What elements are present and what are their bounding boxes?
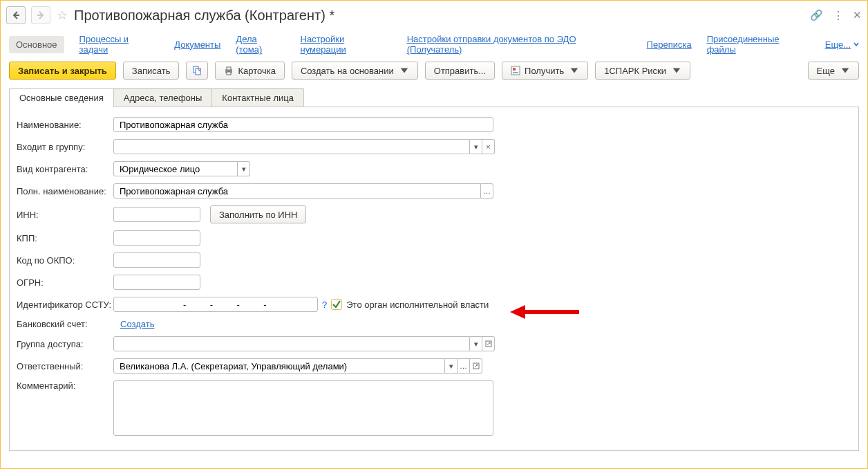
label-kpp: КПП: [17,233,113,243]
fullname-ellipsis-button[interactable]: … [481,183,493,199]
nav-processes[interactable]: Процессы и задачи [79,34,160,55]
ogrn-input[interactable] [118,277,196,288]
label-okpo: Код по ОКПО: [17,255,113,266]
nav-back-button[interactable] [6,6,26,24]
group-field[interactable] [113,139,470,154]
toolbar: Записать и закрыть Записать Карточка Соз… [1,62,867,88]
copy-docs-button[interactable] [186,62,208,80]
ogrn-field[interactable] [113,275,200,290]
tab-main-info[interactable]: Основные сведения [9,88,114,107]
copy-docs-icon [192,66,202,75]
okpo-input[interactable] [118,255,196,266]
close-icon[interactable]: ✕ [853,9,862,21]
fullname-field[interactable] [113,183,481,199]
card-button[interactable]: Карточка [215,62,284,80]
favorite-star-icon[interactable]: ☆ [56,8,68,23]
label-bank: Банковский счет: [17,319,113,329]
ssid-help-icon[interactable]: ? [318,300,331,310]
nav-numbering[interactable]: Настройки нумерации [301,34,392,55]
access-group-input[interactable] [118,338,465,350]
label-group: Входит в группу: [17,142,113,152]
access-group-dropdown-button[interactable]: ▾ [470,336,482,351]
svg-rect-11 [332,300,342,310]
page-title: Противопожарная служба (Контрагент) * [74,8,334,24]
svg-point-7 [231,70,232,71]
arrow-left-icon [12,11,20,19]
tab-addresses[interactable]: Адреса, телефоны [113,88,213,107]
nav-main[interactable]: Основное [9,36,64,53]
inn-input[interactable] [118,209,196,221]
access-group-open-button[interactable] [482,336,495,351]
receive-button[interactable]: Получить [502,62,588,80]
responsible-field[interactable] [113,358,445,374]
kpp-input[interactable] [118,232,196,244]
name-input[interactable] [118,119,489,131]
label-comment: Комментарий: [17,380,113,391]
create-bank-account-link[interactable]: Создать [120,319,154,329]
responsible-input[interactable] [118,360,440,372]
tabstrip: Основные сведения Адреса, телефоны Конта… [1,88,867,107]
responsible-ellipsis-button[interactable]: … [457,358,470,374]
responsible-open-button[interactable] [470,358,482,374]
nav-cases[interactable]: Дела (тома) [236,34,285,55]
send-button[interactable]: Отправить... [425,62,495,80]
receive-icon [511,66,520,75]
link-icon[interactable]: 🔗 [810,9,823,21]
create-based-button[interactable]: Создать на основании [292,62,418,80]
checkbox-checked-icon [331,299,342,310]
name-field[interactable] [113,117,493,132]
nav-attachments[interactable]: Присоединенные файлы [707,34,810,55]
arrow-right-icon [37,11,45,19]
label-ssid: Идентификатор ССТУ: [17,300,113,310]
nav-more-label: Еще... [825,39,851,50]
label-full: Полн. наименование: [17,186,113,196]
svg-rect-10 [513,72,518,73]
caret-down-icon [672,66,681,75]
access-group-field[interactable] [113,336,470,351]
ssid-input[interactable] [118,299,313,311]
exec-authority-label: Это орган исполнительной власти [346,300,489,310]
group-input[interactable] [118,141,465,153]
exec-authority-checkbox[interactable] [331,299,342,310]
label-access: Группа доступа: [17,339,113,349]
save-and-close-button[interactable]: Записать и закрыть [9,62,116,80]
label-inn: ИНН: [17,210,113,220]
chevron-down-icon [853,42,859,47]
label-kind: Вид контрагента: [17,164,113,174]
group-clear-button[interactable]: × [482,139,495,154]
tab-contacts[interactable]: Контактные лица [211,88,304,107]
nav-correspondence[interactable]: Переписка [647,39,692,50]
more-button[interactable]: Еще [808,62,859,80]
callout-arrow-icon [510,304,579,320]
ssid-field[interactable] [113,297,318,312]
nav-edo[interactable]: Настройки отправки документов по ЭДО (По… [407,34,632,55]
responsible-dropdown-button[interactable]: ▾ [445,358,457,374]
label-ogrn: ОГРН: [17,277,113,288]
caret-down-icon [399,66,409,75]
titlebar: ☆ Противопожарная служба (Контрагент) * … [1,1,867,30]
nav-documents[interactable]: Документы [174,39,220,50]
open-external-icon [473,362,480,369]
nav-forward-button[interactable] [31,6,50,24]
nav-more[interactable]: Еще... [825,39,859,50]
spark-risks-button[interactable]: 1СПАРК Риски [595,62,690,80]
svg-rect-6 [227,72,231,75]
group-dropdown-button[interactable]: ▾ [470,139,482,154]
svg-rect-5 [227,67,231,70]
kind-input[interactable] [118,163,233,175]
section-nav: Основное Процессы и задачи Документы Дел… [1,30,867,62]
okpo-field[interactable] [113,252,200,268]
label-name: Наименование: [17,120,113,130]
fullname-input[interactable] [118,185,476,197]
fill-by-inn-button[interactable]: Заполнить по ИНН [210,205,306,223]
kind-field[interactable] [113,161,238,176]
inn-field[interactable] [113,207,200,222]
kind-dropdown-button[interactable]: ▾ [238,161,250,176]
label-responsible: Ответственный: [17,361,113,371]
kebab-menu-icon[interactable]: ⋮ [833,9,843,22]
svg-marker-15 [510,305,525,319]
save-button[interactable]: Записать [123,62,180,80]
kpp-field[interactable] [113,230,200,246]
comment-field[interactable] [113,380,493,436]
svg-rect-9 [513,68,516,71]
